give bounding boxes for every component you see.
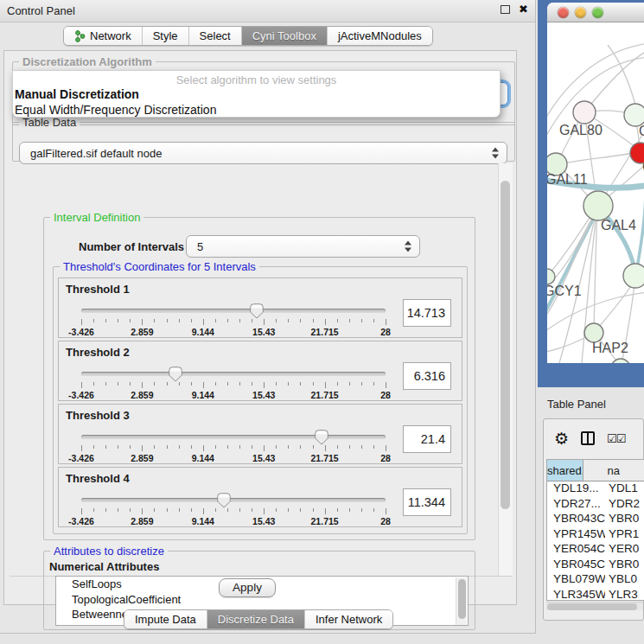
slider-thumb[interactable] xyxy=(169,367,182,382)
network-canvas[interactable]: GAL80GACGAL11GAL4GCY1HHAP2 xyxy=(547,22,644,363)
slider-track[interactable] xyxy=(81,435,386,439)
tick-label: 15.43 xyxy=(252,327,275,337)
slider-tick-labels: -3.4262.8599.14415.4321.71528 xyxy=(81,390,386,400)
node-table[interactable]: shared...na YDL19...YDL1YDR27...YDR2YBR0… xyxy=(546,459,644,601)
slider-track[interactable] xyxy=(81,498,386,502)
algorithm-dropdown-popup: Select algorithm to view settings Manual… xyxy=(12,70,501,118)
threshold-value-field[interactable]: 21.4 xyxy=(403,425,451,453)
slider-ticks xyxy=(81,445,386,452)
mac-minimize-button[interactable] xyxy=(575,7,586,18)
close-icon[interactable]: ✖ xyxy=(519,4,528,15)
tick-label: 28 xyxy=(380,390,391,400)
table-cell: YDR27... xyxy=(547,497,605,513)
table-cell: YDL1 xyxy=(605,481,644,497)
num-intervals-combobox[interactable]: 5 xyxy=(186,235,420,258)
gear-icon[interactable]: ⚙ xyxy=(554,430,569,447)
table-cell: YER0 xyxy=(605,542,644,558)
tab-label: Infer Network xyxy=(316,613,382,626)
threshold-label: Threshold 4 xyxy=(66,472,130,485)
algorithm-option-equal-width-frequency-discretization[interactable]: Equal Width/Frequency Discretization xyxy=(13,102,500,118)
spinner-arrows-icon xyxy=(405,241,411,252)
tick-label: 21.715 xyxy=(311,453,339,463)
tick-label: 9.144 xyxy=(192,453,214,463)
tick-label: 21.715 xyxy=(311,327,339,337)
node-gcy1[interactable] xyxy=(547,269,555,284)
table-row[interactable]: YBR045CYBR0 xyxy=(547,558,644,573)
tick-label: 15.43 xyxy=(252,516,275,526)
tab-select[interactable]: Select xyxy=(188,27,241,45)
table-row[interactable]: YBL079WYBL0 xyxy=(547,572,644,588)
table-cell: YBR0 xyxy=(605,558,644,573)
node-right-mid[interactable] xyxy=(623,264,644,288)
slider-thumb[interactable] xyxy=(250,303,264,319)
slider-track[interactable] xyxy=(81,372,386,376)
slider-thumb[interactable] xyxy=(315,430,328,445)
tab-infer-network[interactable]: Infer Network xyxy=(304,610,392,628)
network-edge xyxy=(636,156,644,273)
threshold-panel: Threshold 4-3.4262.8599.14415.4321.71528… xyxy=(58,467,462,527)
table-hscrollbar[interactable] xyxy=(546,602,643,610)
scrollbar-thumb[interactable] xyxy=(458,579,466,619)
tab-label: Style xyxy=(153,29,178,42)
threshold-slider[interactable]: -3.4262.8599.14415.4321.71528 xyxy=(81,304,386,337)
table-cell: YPR1 xyxy=(605,527,644,543)
table-cell: YLR3 xyxy=(605,588,644,602)
table-row[interactable]: YBR043CYBR0 xyxy=(547,512,644,527)
table-data-combobox[interactable]: galFiltered.sif default node xyxy=(19,142,507,164)
tab-cyni-toolbox[interactable]: Cyni Toolbox xyxy=(241,27,327,45)
slider-ticks xyxy=(81,319,386,326)
scrollbar-thumb[interactable] xyxy=(501,181,510,509)
network-window-titlebar[interactable] xyxy=(547,3,644,22)
tab-network[interactable]: Network xyxy=(64,27,142,45)
node-bottom[interactable] xyxy=(611,359,630,363)
table-row[interactable]: YDL19...YDL1 xyxy=(547,481,644,497)
float-window-icon[interactable] xyxy=(501,5,510,14)
threshold-value-field[interactable]: 14.713 xyxy=(403,299,451,327)
numerical-attributes-label: Numerical Attributes xyxy=(49,560,159,573)
mac-close-button[interactable] xyxy=(558,7,569,18)
node-gal4[interactable] xyxy=(583,191,613,220)
slider-ticks xyxy=(81,508,386,515)
node-gal80[interactable] xyxy=(573,101,596,124)
column-header-2[interactable]: na xyxy=(583,460,644,481)
column-header-1[interactable]: shared... xyxy=(547,460,583,481)
threshold-slider[interactable]: -3.4262.8599.14415.4321.71528 xyxy=(81,494,386,526)
interval-definition-group: Interval Definition Number of Intervals … xyxy=(43,217,475,540)
num-intervals-value: 5 xyxy=(197,240,203,253)
tab-style[interactable]: Style xyxy=(142,27,188,45)
table-row[interactable]: YLR345WYLR3 xyxy=(547,588,644,602)
tab-jactivemnodules[interactable]: jActiveMNodules xyxy=(327,27,432,45)
slider-tick-labels: -3.4262.8599.14415.4321.71528 xyxy=(81,327,386,337)
table-panel-title: Table Panel xyxy=(547,398,606,411)
cyni-toolbox-content: Discretization Algorithm Select algorith… xyxy=(3,50,517,605)
threshold-label: Threshold 1 xyxy=(66,283,130,296)
tab-discretize-data[interactable]: Discretize Data xyxy=(207,610,304,628)
table-row[interactable]: YPR145WYPR1 xyxy=(547,527,644,543)
scrollbar-thumb[interactable] xyxy=(547,603,637,610)
thresholds-group: Threshold's Coordinates for 5 Intervals … xyxy=(53,266,468,534)
threshold-slider[interactable]: -3.4262.8599.14415.4321.71528 xyxy=(81,367,386,400)
list-scrollbar[interactable] xyxy=(456,577,467,626)
slider-thumb[interactable] xyxy=(217,493,231,508)
panel-title: Control Panel xyxy=(7,4,75,17)
table-data-group: Table Data galFiltered.sif default node xyxy=(12,122,515,162)
threshold-value-field[interactable]: 11.344 xyxy=(403,488,451,516)
table-row[interactable]: YER054CYER0 xyxy=(547,542,644,558)
table-cell: YBL0 xyxy=(605,572,644,588)
apply-button[interactable]: Apply xyxy=(219,578,276,597)
table-row[interactable]: YDR27...YDR2 xyxy=(547,497,644,513)
algorithm-option-manual-discretization[interactable]: Manual Discretization xyxy=(13,86,500,102)
checkbox-icons[interactable]: ☑☑ xyxy=(607,432,625,445)
node-hap2[interactable] xyxy=(584,323,603,342)
tab-label: Discretize Data xyxy=(218,613,294,626)
slider-track[interactable] xyxy=(81,309,386,313)
columns-icon[interactable] xyxy=(581,431,595,445)
table-cell: YDL19... xyxy=(547,481,605,497)
spinner-arrows-icon xyxy=(492,148,499,159)
tab-impute-data[interactable]: Impute Data xyxy=(124,610,207,628)
threshold-slider[interactable]: -3.4262.8599.14415.4321.71528 xyxy=(81,430,386,463)
panel-scrollbar[interactable] xyxy=(498,163,513,576)
threshold-value-field[interactable]: 6.316 xyxy=(403,362,451,390)
tick-label: 2.859 xyxy=(131,327,153,337)
mac-zoom-button[interactable] xyxy=(592,7,603,18)
